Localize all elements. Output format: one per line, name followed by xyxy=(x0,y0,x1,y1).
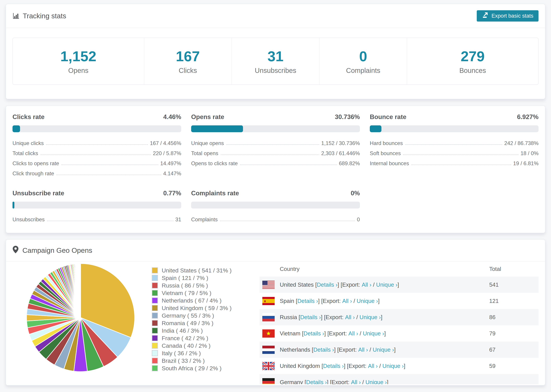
legend-label: Romania ( 49 / 3% ) xyxy=(162,320,213,327)
geo-table-row-germany: Germany [Details ›] [Export: All › / Uni… xyxy=(260,374,538,384)
rate-progress-fill xyxy=(191,125,243,132)
rate-detail-value: 689.82% xyxy=(339,161,360,167)
tracking-stats-title: Tracking stats xyxy=(13,12,66,20)
tracking-stats-card: Tracking stats Export basic stats 1,152O… xyxy=(6,4,545,99)
stat-unsubscribes: 31Unsubscribes xyxy=(232,38,319,84)
stat-value: 0 xyxy=(359,48,367,65)
rate-detail-label: Total opens xyxy=(191,150,218,156)
legend-label: India ( 46 / 3% ) xyxy=(162,327,203,334)
legend-label: Netherlands ( 67 / 4% ) xyxy=(162,297,222,304)
legend-swatch xyxy=(152,305,158,311)
vn-flag-icon xyxy=(262,329,275,338)
legend-item-brazil: Brazil ( 33 / 2% ) xyxy=(152,357,254,364)
details-link[interactable]: Details › xyxy=(313,347,334,353)
tracking-stats-header: Tracking stats Export basic stats xyxy=(6,4,545,28)
export-all-link[interactable]: All › xyxy=(345,314,355,321)
total-cell: 541 xyxy=(489,281,538,288)
export-all-link[interactable]: All › xyxy=(368,363,378,369)
legend-label: Canada ( 40 / 2% ) xyxy=(162,343,211,349)
bracket: ] xyxy=(384,330,386,337)
legend-swatch xyxy=(152,267,158,273)
details-link[interactable]: Details › xyxy=(323,363,344,369)
geo-legend: United States ( 541 / 31% )Spain ( 121 /… xyxy=(152,267,254,384)
export-all-link[interactable]: All › xyxy=(358,347,368,353)
export-all-link[interactable]: All › xyxy=(348,330,358,337)
total-column-header: Total xyxy=(489,266,538,272)
export-unique-link[interactable]: Unique › xyxy=(382,363,404,369)
rate-detail-label: Total clicks xyxy=(13,150,38,156)
details-link[interactable]: Details › xyxy=(317,281,338,288)
legend-label: Brazil ( 33 / 2% ) xyxy=(162,357,205,364)
link-separator: / xyxy=(358,330,363,337)
export-all-link[interactable]: All › xyxy=(342,298,352,304)
legend-item-netherlands: Netherlands ( 67 / 4% ) xyxy=(152,297,254,304)
geo-content: United States ( 541 / 31% )Spain ( 121 /… xyxy=(6,261,545,384)
export-all-link[interactable]: All › xyxy=(362,281,372,288)
de-flag-icon xyxy=(262,378,275,384)
rate-progress-track xyxy=(370,125,538,132)
dotted-leader xyxy=(403,154,518,155)
stat-value: 279 xyxy=(461,48,485,65)
country-cell: United States [Details ›] [Export: All ›… xyxy=(260,281,489,289)
rate-value: 0% xyxy=(351,190,360,197)
details-link[interactable]: Details › xyxy=(300,314,321,321)
country-name: United Kingdom xyxy=(280,363,322,369)
details-link[interactable]: Details › xyxy=(306,379,327,384)
legend-item-russia: Russia ( 86 / 5% ) xyxy=(152,282,254,289)
export-unique-link[interactable]: Unique › xyxy=(376,281,397,288)
export-unique-link[interactable]: Unique › xyxy=(363,330,384,337)
rate-progress-track xyxy=(191,202,360,209)
legend-swatch xyxy=(152,313,158,319)
dotted-leader xyxy=(405,144,502,145)
legend-item-india: India ( 46 / 3% ) xyxy=(152,327,254,334)
export-prefix: ] [Export: xyxy=(327,379,351,384)
rate-detail-value: 220 / 5.87% xyxy=(153,150,181,156)
export-unique-link[interactable]: Unique › xyxy=(357,298,378,304)
details-link[interactable]: Details › xyxy=(297,298,318,304)
country-cell: Spain [Details ›] [Export: All › / Uniqu… xyxy=(260,297,489,305)
link-separator: / xyxy=(361,379,366,384)
export-prefix: ] [Export: xyxy=(334,347,358,353)
rate-detail-value: 0 xyxy=(357,217,360,223)
dotted-leader xyxy=(41,154,151,155)
bracket: [ xyxy=(312,347,313,353)
rate-detail-value: 242 / 86.738% xyxy=(504,140,538,147)
export-all-link[interactable]: All › xyxy=(351,379,361,384)
export-prefix: ] [Export: xyxy=(318,298,342,304)
rate-detail-value: 19 / 6.81% xyxy=(513,161,538,167)
rate-block-opens-rate: Opens rate30.736%Unique opens1,152 / 30.… xyxy=(191,113,360,177)
stat-complaints: 0Complaints xyxy=(319,38,407,84)
export-unique-link[interactable]: Unique › xyxy=(366,379,387,384)
country-name: Germany xyxy=(280,379,304,384)
rate-title: Bounce rate xyxy=(370,113,406,121)
country-cell: Germany [Details ›] [Export: All › / Uni… xyxy=(260,378,489,384)
export-basic-stats-button[interactable]: Export basic stats xyxy=(477,10,538,21)
bracket: ] xyxy=(397,281,399,288)
legend-label: Spain ( 121 / 7% ) xyxy=(162,275,208,281)
geo-table-row-russia: Russia [Details ›] [Export: All › / Uniq… xyxy=(260,309,538,325)
details-link[interactable]: Details › xyxy=(304,330,324,337)
link-separator: / xyxy=(355,314,360,321)
campaign-geo-opens-card: Campaign Geo Opens United States ( 541 /… xyxy=(6,239,545,385)
rate-value: 0.77% xyxy=(163,190,181,197)
legend-swatch xyxy=(152,365,158,371)
geo-table-header: Country Total xyxy=(260,261,538,277)
export-unique-link[interactable]: Unique › xyxy=(373,347,394,353)
rate-progress-track xyxy=(13,202,181,209)
link-separator: / xyxy=(372,281,376,288)
rate-detail-label: Complaints xyxy=(191,217,218,223)
rate-detail-value: 14.497% xyxy=(160,161,181,167)
export-prefix: ] [Export: xyxy=(321,314,345,321)
geo-table: Country Total United States [Details ›] … xyxy=(260,261,538,384)
rate-detail-label: Soft bounces xyxy=(370,150,401,156)
stat-label: Clicks xyxy=(179,67,197,74)
nl-flag-icon xyxy=(262,346,275,354)
legend-item-france: France ( 42 / 2% ) xyxy=(152,334,254,342)
rate-detail-label: Clicks to opens rate xyxy=(13,161,59,167)
legend-item-united-states: United States ( 541 / 31% ) xyxy=(152,267,254,274)
export-unique-link[interactable]: Unique › xyxy=(360,314,381,321)
rate-block-unsubscribe-rate: Unsubscribe rate0.77%Unsubscribes31 xyxy=(13,190,181,223)
rate-title: Complaints rate xyxy=(191,190,239,197)
rate-detail-row: Complaints0 xyxy=(191,213,360,223)
rate-detail-row: Unsubscribes31 xyxy=(13,213,181,223)
